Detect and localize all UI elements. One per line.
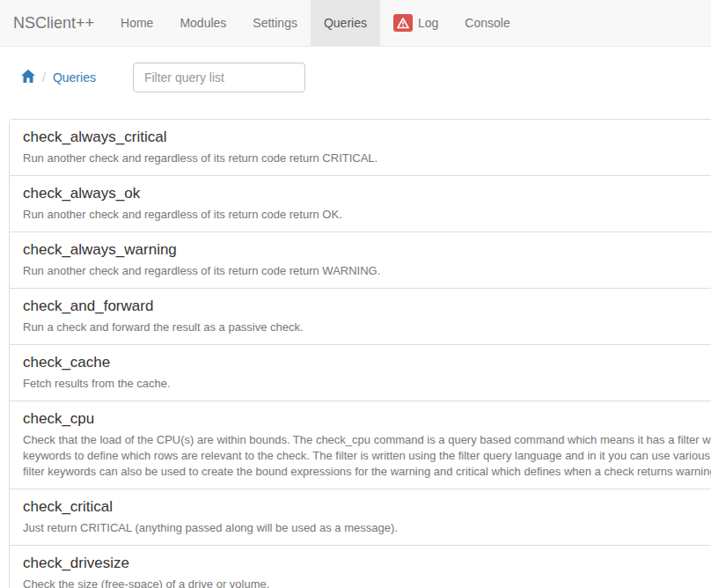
nav-item-home[interactable]: Home bbox=[107, 0, 166, 46]
home-icon bbox=[21, 70, 35, 86]
query-title: check_always_warning bbox=[23, 241, 711, 259]
warning-icon bbox=[393, 14, 413, 32]
query-description-line: Check that the load of the CPU(s) are wi… bbox=[23, 432, 711, 448]
query-title: check_always_ok bbox=[23, 185, 711, 202]
main-nav: Home Modules Settings Queries Log Consol… bbox=[107, 0, 524, 46]
query-title: check_cpu bbox=[23, 410, 711, 428]
query-row-check_always_warning[interactable]: check_always_warning Run another check a… bbox=[10, 232, 711, 289]
nav-item-console[interactable]: Console bbox=[451, 0, 523, 46]
query-description-line: keywords to define which rows are releva… bbox=[23, 448, 711, 464]
breadcrumb-separator: / bbox=[42, 70, 46, 85]
query-description: Fetch results from the cache. bbox=[23, 376, 711, 392]
query-description: Run another check and regardless of its … bbox=[23, 151, 711, 166]
query-title: check_critical bbox=[23, 498, 711, 516]
nav-item-queries[interactable]: Queries bbox=[311, 0, 380, 46]
query-row-check_cpu[interactable]: check_cpu Check that the load of the CPU… bbox=[10, 401, 711, 489]
query-description: Run a check and forward the result as a … bbox=[23, 320, 711, 335]
brand-nsclient[interactable]: NSClient++ bbox=[0, 0, 107, 46]
breadcrumb: / Queries bbox=[21, 62, 711, 92]
filter-query-input[interactable] bbox=[133, 62, 305, 92]
query-title: check_and_forward bbox=[23, 298, 711, 315]
query-title: check_cache bbox=[23, 354, 711, 371]
nav-item-modules[interactable]: Modules bbox=[166, 0, 239, 46]
query-row-check_and_forward[interactable]: check_and_forward Run a check and forwar… bbox=[10, 289, 711, 345]
query-list: check_always_critical Run another check … bbox=[9, 119, 711, 588]
query-description: Just return CRITICAL (anything passed al… bbox=[23, 520, 711, 536]
nav-item-log[interactable]: Log bbox=[380, 0, 451, 46]
nav-item-log-label: Log bbox=[418, 16, 438, 30]
query-row-check_critical[interactable]: check_critical Just return CRITICAL (any… bbox=[10, 489, 711, 546]
query-row-check_cache[interactable]: check_cache Fetch results from the cache… bbox=[10, 345, 711, 401]
top-navbar: NSClient++ Home Modules Settings Queries… bbox=[0, 0, 711, 47]
query-row-check_drivesize[interactable]: check_drivesize Check the size (free-spa… bbox=[10, 546, 711, 588]
query-title: check_drivesize bbox=[23, 555, 711, 572]
query-row-check_always_critical[interactable]: check_always_critical Run another check … bbox=[10, 120, 711, 176]
query-description: Check the size (free-space) of a drive o… bbox=[23, 577, 711, 588]
breadcrumb-home-link[interactable] bbox=[21, 70, 35, 86]
query-description: Run another check and regardless of its … bbox=[23, 207, 711, 223]
breadcrumb-current-queries[interactable]: Queries bbox=[53, 70, 96, 85]
query-description: Run another check and regardless of its … bbox=[23, 263, 711, 279]
query-description-line: filter keywords can also be used to crea… bbox=[23, 464, 711, 480]
query-row-check_always_ok[interactable]: check_always_ok Run another check and re… bbox=[10, 176, 711, 232]
query-title: check_always_critical bbox=[23, 129, 711, 146]
nav-item-settings[interactable]: Settings bbox=[239, 0, 311, 46]
